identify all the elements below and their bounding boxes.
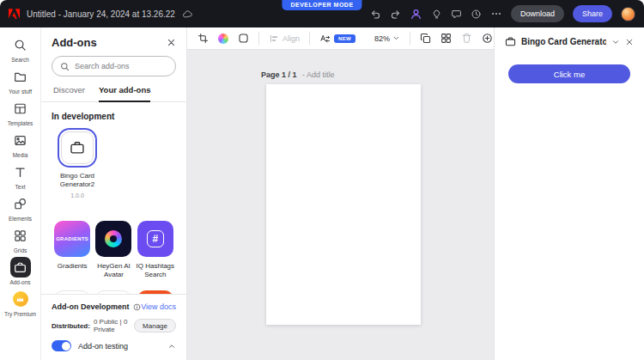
addon-label: HeyGen AI Avatar xyxy=(93,262,134,280)
elements-icon xyxy=(10,193,31,214)
redo-icon[interactable] xyxy=(390,9,401,20)
tab-your-add-ons[interactable]: Your add-ons xyxy=(99,85,151,102)
align-label: Align xyxy=(283,34,300,43)
click-me-button[interactable]: Click me xyxy=(508,64,630,83)
tile-text: GRADIENTS xyxy=(56,236,88,241)
toolbar-divider xyxy=(258,32,259,45)
info-icon[interactable] xyxy=(133,303,141,311)
canvas-toolbar: Align NEW 82% xyxy=(187,27,494,50)
sidebar-item-grids[interactable]: Grids xyxy=(0,225,41,253)
addon-testing-toggle[interactable] xyxy=(52,340,71,351)
zoom-control[interactable]: 82% xyxy=(374,34,400,43)
more-options-icon[interactable] xyxy=(490,8,502,20)
dev-addon-card[interactable]: Bingo Card Generator2 1.0.0 xyxy=(55,131,100,198)
zoom-value: 82% xyxy=(374,34,390,43)
left-rail: Search Your stuff Templates Media Text xyxy=(0,27,41,360)
chevron-down-icon xyxy=(392,34,400,42)
page-grid-view-icon[interactable] xyxy=(440,33,452,44)
sidebar-item-your-stuff[interactable]: Your stuff xyxy=(0,66,41,95)
addon-iq-hashtags[interactable]: # IQ Hashtags Search xyxy=(135,221,176,280)
delete-page-icon[interactable] xyxy=(461,33,472,44)
heygen-addon-tile xyxy=(95,221,131,257)
page-label: Page 1 / 1 - Add title xyxy=(261,70,335,79)
addon-panel-title: Bingo Card Generator2 xyxy=(521,37,606,46)
addon-heygen[interactable]: HeyGen AI Avatar xyxy=(93,221,134,280)
resize-icon[interactable] xyxy=(197,33,209,44)
toolbar-divider xyxy=(410,32,410,45)
sidebar-item-label: Grids xyxy=(14,247,27,253)
addons-search-box[interactable] xyxy=(52,56,176,76)
align-button[interactable]: Align xyxy=(269,34,300,44)
add-title-field[interactable]: - Add title xyxy=(302,70,335,79)
tab-discover[interactable]: Discover xyxy=(53,85,85,102)
close-addon-panel-icon[interactable] xyxy=(625,38,634,46)
addon-testing-label: Add-on testing xyxy=(78,342,128,351)
addon-development-footer: Add-on Development View docs Distributed… xyxy=(41,294,186,360)
align-icon xyxy=(269,34,279,44)
sidebar-item-label: Text xyxy=(15,184,26,190)
distributed-value: 0 Public | 0 Private xyxy=(94,318,134,333)
dev-addon-version: 1.0.0 xyxy=(70,192,84,198)
color-wheel-icon[interactable] xyxy=(218,34,228,44)
assistant-icon[interactable] xyxy=(410,8,422,21)
user-avatar[interactable] xyxy=(621,7,635,21)
briefcase-icon xyxy=(61,131,94,164)
sidebar-item-label: Templates xyxy=(8,120,33,126)
addons-panel-header: Add-ons xyxy=(41,27,186,56)
lightbulb-icon[interactable] xyxy=(431,9,442,20)
hashtag-icon: # xyxy=(147,230,164,247)
sidebar-item-elements[interactable]: Elements xyxy=(0,193,41,222)
duplicate-page-icon[interactable] xyxy=(420,33,431,44)
add-page-icon[interactable] xyxy=(482,33,493,44)
translate-icon xyxy=(319,33,331,44)
artboard[interactable] xyxy=(266,84,421,325)
chevron-up-icon[interactable] xyxy=(167,342,176,351)
sidebar-item-label: Your stuff xyxy=(9,88,32,95)
new-badge: NEW xyxy=(334,34,355,43)
sidebar-item-search[interactable]: Search xyxy=(0,34,41,63)
page-indicator: Page 1 / 1 xyxy=(261,70,297,79)
cloud-sync-icon xyxy=(182,9,193,20)
templates-icon xyxy=(10,98,31,119)
addon-label: IQ Hashtags Search xyxy=(135,262,176,280)
addon-panel-header: Bingo Card Generator2 xyxy=(495,27,644,54)
briefcase-icon xyxy=(505,36,516,47)
addons-search-input[interactable] xyxy=(75,62,167,70)
addon-gradients[interactable]: GRADIENTS Gradients xyxy=(52,221,93,280)
topbar: Untitled - January 24, 2024 at 13.26.22 … xyxy=(0,0,644,27)
folder-icon xyxy=(10,66,31,87)
sidebar-item-media[interactable]: Media xyxy=(0,130,41,158)
addon-runtime-panel: Bingo Card Generator2 Click me xyxy=(494,27,644,360)
translate-button[interactable]: NEW xyxy=(319,33,355,44)
text-icon xyxy=(10,162,31,182)
shape-icon[interactable] xyxy=(238,33,249,44)
canvas-area: Align NEW 82% xyxy=(187,27,494,360)
premium-crown-icon xyxy=(10,289,31,309)
history-icon[interactable] xyxy=(471,9,482,20)
add-ons-icon xyxy=(10,257,31,278)
gradients-addon-tile: GRADIENTS xyxy=(54,221,90,257)
view-docs-link[interactable]: View docs xyxy=(141,302,176,311)
comment-icon[interactable] xyxy=(451,9,462,20)
sidebar-item-label: Try Premium xyxy=(4,311,36,317)
sidebar-item-text[interactable]: Text xyxy=(0,162,41,190)
addons-panel: Add-ons Discover Your add-ons In develop… xyxy=(41,27,187,360)
undo-icon[interactable] xyxy=(370,9,381,20)
share-button[interactable]: Share xyxy=(573,5,612,22)
sidebar-item-label: Add-ons xyxy=(9,279,30,285)
addon-development-title: Add-on Development xyxy=(52,302,141,311)
chevron-down-icon[interactable] xyxy=(611,38,620,46)
sidebar-item-try-premium[interactable]: Try Premium xyxy=(0,289,41,317)
download-button[interactable]: Download xyxy=(511,5,564,22)
sidebar-item-templates[interactable]: Templates xyxy=(0,98,41,126)
panel-title: Add-ons xyxy=(52,36,97,49)
sidebar-item-add-ons[interactable]: Add-ons xyxy=(0,257,41,285)
close-panel-icon[interactable] xyxy=(167,38,176,47)
search-icon xyxy=(10,34,31,55)
manage-button[interactable]: Manage xyxy=(134,319,176,333)
distributed-label: Distributed: xyxy=(52,322,90,330)
sidebar-item-label: Search xyxy=(11,57,29,63)
document-title[interactable]: Untitled - January 24, 2024 at 13.26.22 xyxy=(27,9,175,19)
sidebar-item-label: Elements xyxy=(9,216,32,222)
adobe-express-logo[interactable] xyxy=(9,9,20,19)
